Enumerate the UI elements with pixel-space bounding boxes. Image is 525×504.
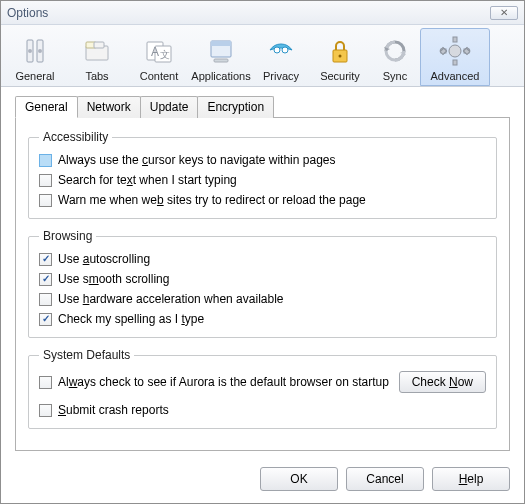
window-title: Options (7, 6, 490, 20)
privacy-icon (264, 34, 298, 68)
svg-rect-12 (211, 41, 231, 46)
checkbox-crash-reports[interactable] (39, 404, 52, 417)
subtab-general[interactable]: General (15, 96, 78, 118)
subtab-strip: General Network Update Encryption (1, 87, 524, 117)
category-general[interactable]: General (4, 28, 66, 86)
group-legend: System Defaults (39, 348, 134, 362)
category-toolbar: General Tabs A文 Content Applications Pri… (1, 25, 524, 87)
checkbox-label: Always check to see if Aurora is the def… (58, 375, 399, 389)
checkbox-label: Warn me when web sites try to redirect o… (58, 193, 366, 207)
category-security[interactable]: Security (310, 28, 370, 86)
checkbox-label: Use smooth scrolling (58, 272, 169, 286)
category-advanced[interactable]: Advanced (420, 28, 490, 86)
help-button[interactable]: Help (432, 467, 510, 491)
cancel-button[interactable]: Cancel (346, 467, 424, 491)
svg-point-15 (282, 47, 288, 53)
dialog-footer: OK Cancel Help (1, 461, 524, 503)
checkbox-hw-accel[interactable] (39, 293, 52, 306)
svg-point-3 (38, 49, 42, 53)
advanced-icon (438, 34, 472, 68)
checkbox-search-typing[interactable] (39, 174, 52, 187)
category-privacy[interactable]: Privacy (252, 28, 310, 86)
checkbox-autoscrolling[interactable] (39, 253, 52, 266)
check-now-button[interactable]: Check Now (399, 371, 486, 393)
checkbox-cursor-keys[interactable] (39, 154, 52, 167)
close-button[interactable]: ✕ (490, 6, 518, 20)
checkbox-spellcheck[interactable] (39, 313, 52, 326)
svg-point-14 (274, 47, 280, 53)
checkbox-label: Submit crash reports (58, 403, 169, 417)
applications-icon (204, 34, 238, 68)
general-icon (18, 34, 52, 68)
group-legend: Accessibility (39, 130, 112, 144)
svg-point-18 (449, 45, 461, 57)
sync-icon (378, 34, 412, 68)
category-label: Content (140, 70, 179, 82)
group-browsing: Browsing Use autoscrolling Use smooth sc… (28, 229, 497, 338)
checkbox-smooth-scrolling[interactable] (39, 273, 52, 286)
checkbox-label: Search for text when I start typing (58, 173, 237, 187)
category-label: Tabs (85, 70, 108, 82)
checkbox-default-browser[interactable] (39, 376, 52, 389)
group-accessibility: Accessibility Always use the cursor keys… (28, 130, 497, 219)
category-label: Advanced (431, 70, 480, 82)
checkbox-label: Check my spelling as I type (58, 312, 204, 326)
category-tabs[interactable]: Tabs (66, 28, 128, 86)
category-content[interactable]: A文 Content (128, 28, 190, 86)
tabs-icon (80, 34, 114, 68)
svg-rect-6 (94, 42, 104, 48)
options-window: Options ✕ General Tabs A文 Content (0, 0, 525, 504)
svg-rect-20 (453, 60, 457, 65)
category-label: Sync (383, 70, 407, 82)
svg-text:文: 文 (160, 49, 170, 60)
checkbox-label: Always use the cursor keys to navigate w… (58, 153, 335, 167)
subtab-encryption[interactable]: Encryption (197, 96, 274, 118)
svg-rect-19 (453, 37, 457, 42)
svg-rect-13 (214, 59, 228, 62)
content-icon: A文 (142, 34, 176, 68)
svg-text:A: A (151, 45, 159, 59)
category-applications[interactable]: Applications (190, 28, 252, 86)
subtab-update[interactable]: Update (140, 96, 199, 118)
close-icon: ✕ (500, 7, 508, 18)
security-icon (323, 34, 357, 68)
subtab-network[interactable]: Network (77, 96, 141, 118)
svg-point-17 (339, 55, 342, 58)
content-pane: Accessibility Always use the cursor keys… (1, 117, 524, 461)
checkbox-label: Use autoscrolling (58, 252, 150, 266)
group-legend: Browsing (39, 229, 96, 243)
group-system-defaults: System Defaults Always check to see if A… (28, 348, 497, 429)
checkbox-warn-redirect[interactable] (39, 194, 52, 207)
category-label: Security (320, 70, 360, 82)
checkbox-label: Use hardware acceleration when available (58, 292, 284, 306)
ok-button[interactable]: OK (260, 467, 338, 491)
category-sync[interactable]: Sync (370, 28, 420, 86)
category-label: General (15, 70, 54, 82)
titlebar: Options ✕ (1, 1, 524, 25)
category-label: Privacy (263, 70, 299, 82)
svg-point-2 (28, 49, 32, 53)
category-label: Applications (191, 70, 250, 82)
